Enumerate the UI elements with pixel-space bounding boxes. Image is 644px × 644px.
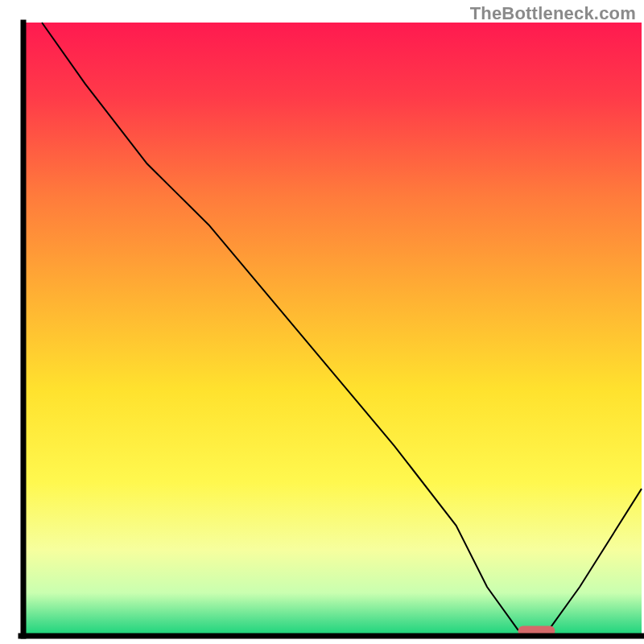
gradient-background [23, 23, 642, 636]
plot-area [21, 23, 642, 636]
chart-container: TheBottleneck.com [0, 0, 644, 644]
bottleneck-chart [0, 0, 644, 644]
watermark-text: TheBottleneck.com [470, 3, 636, 24]
